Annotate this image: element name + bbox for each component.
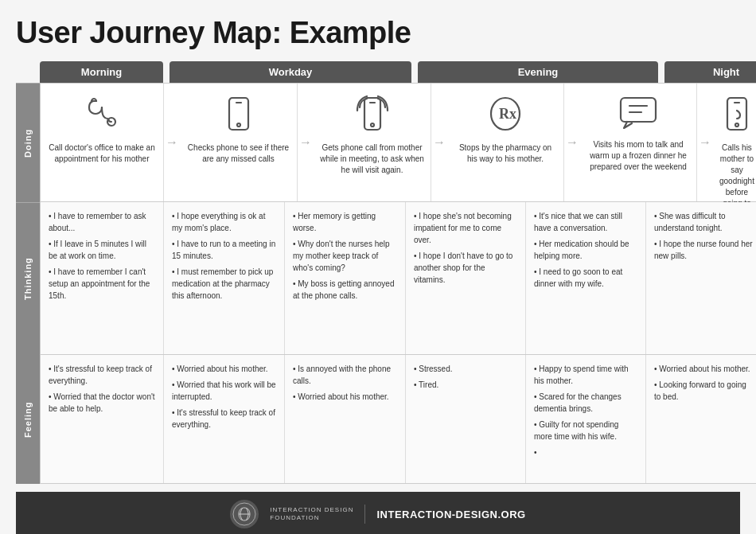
thinking-row: I have to remember to ask about... If I … <box>40 202 756 355</box>
doing-text-morning: Call doctor's office to make an appointm… <box>47 142 157 165</box>
chat-icon <box>618 95 659 133</box>
doing-text-workday2: Gets phone call from mother while in mee… <box>320 142 424 176</box>
doing-cell-evening2: Visits his mom to talk and warm up a fro… <box>580 84 697 201</box>
feeling-cell-evening2: Happy to spend time with his mother. Sca… <box>526 355 646 483</box>
phone-ring-icon <box>353 95 392 136</box>
doing-row: Call doctor's office to make an appointm… <box>40 83 756 202</box>
svg-rect-9 <box>621 98 656 122</box>
arrow-3: → <box>431 84 447 201</box>
arrow-5: → <box>697 84 713 201</box>
feeling-cell-morning: It's stressful to keep track of everythi… <box>41 355 164 483</box>
feeling-cell-workday1: Worried about his mother. Worried that h… <box>164 355 285 483</box>
thinking-cell-workday1: I hope everything is ok at my mom's plac… <box>164 202 285 354</box>
feeling-cell-workday2: Is annoyed with the phone calls. Worried… <box>285 355 406 483</box>
svg-point-3 <box>237 123 240 127</box>
doing-cell-workday1: Checks phone to see if there are any mis… <box>180 84 298 201</box>
doing-cell-night: Calls his mother to say goodnight before… <box>713 84 756 201</box>
rx-icon: Rx <box>486 95 524 136</box>
phase-evening: Evening <box>418 61 658 83</box>
thinking-cell-evening1: I hope she's not becoming impatient for … <box>406 202 526 354</box>
feeling-cell-night: Worried about his mother. Looking forwar… <box>646 355 756 483</box>
label-feeling: Feeling <box>16 355 40 484</box>
doing-text-evening2: Visits his mom to talk and warm up a fro… <box>586 139 690 173</box>
phone-night-icon <box>723 95 751 136</box>
doing-cell-morning: Call doctor's office to make an appointm… <box>41 84 164 201</box>
thinking-cell-workday2: Her memory is getting worse. Why don't t… <box>285 202 406 354</box>
doing-text-evening1: Stops by the pharmacy on his way to his … <box>454 142 557 165</box>
feeling-row: It's stressful to keep track of everythi… <box>40 355 756 484</box>
footer: INTERACTION DESIGN FOUNDATION INTERACTIO… <box>16 492 740 534</box>
footer-org-name: INTERACTION DESIGN FOUNDATION <box>270 506 353 523</box>
phase-morning: Morning <box>40 61 163 83</box>
footer-logo <box>230 500 259 528</box>
stethoscope-icon <box>83 95 121 136</box>
arrow-4: → <box>564 84 580 201</box>
thinking-cell-morning: I have to remember to ask about... If I … <box>41 202 164 354</box>
phase-night: Night <box>664 61 756 83</box>
doing-cell-evening1: Rx Stops by the pharmacy on his way to h… <box>447 84 564 201</box>
svg-point-6 <box>371 123 374 127</box>
label-thinking: Thinking <box>16 202 40 355</box>
doing-cell-workday2: Gets phone call from mother while in mee… <box>314 84 431 201</box>
arrow-2: → <box>298 84 314 201</box>
thinking-cell-night: She was difficult to understand tonight.… <box>646 202 756 354</box>
row-labels: Doing Thinking Feeling <box>16 83 40 484</box>
svg-point-14 <box>735 123 738 127</box>
feeling-cell-evening1: Stressed. Tired. <box>406 355 526 483</box>
footer-url: INTERACTION-DESIGN.ORG <box>376 509 525 520</box>
doing-text-workday1: Checks phone to see if there are any mis… <box>186 142 290 165</box>
page: User Journey Map: Example Morning Workda… <box>0 0 756 534</box>
arrow-1: → <box>164 84 180 201</box>
thinking-cell-evening2: It's nice that we can still have a conve… <box>526 202 646 354</box>
phase-workday: Workday <box>170 61 411 83</box>
svg-text:Rx: Rx <box>499 106 516 122</box>
phone-icon <box>224 95 253 136</box>
footer-divider <box>364 505 365 524</box>
label-doing: Doing <box>16 83 40 202</box>
page-title: User Journey Map: Example <box>16 16 740 50</box>
